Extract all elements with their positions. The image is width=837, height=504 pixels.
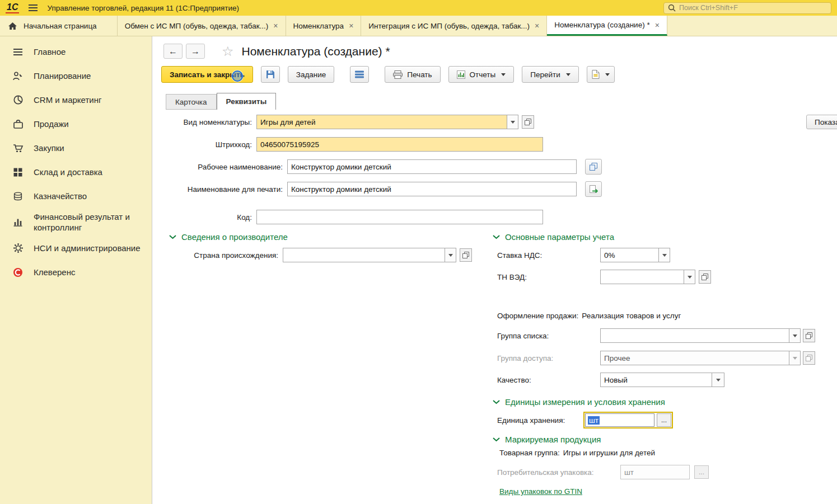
tab-requisites[interactable]: Реквизиты <box>217 93 277 110</box>
task-button[interactable]: Задание <box>288 66 335 83</box>
print-button[interactable]: Печать <box>385 66 440 83</box>
list-group-dropdown-button[interactable] <box>789 328 801 343</box>
work-name-row: Рабочее наименование: <box>161 159 602 174</box>
tab-nomenclature-create[interactable]: Номенклатура (создание) * × <box>547 16 667 36</box>
sidebar-item-planning[interactable]: Планирование <box>0 64 152 88</box>
sale-registration-label: Оформление продажи: <box>497 312 578 320</box>
pie-chart-icon <box>11 95 25 105</box>
quality-input[interactable] <box>600 373 712 387</box>
copy-name-button[interactable] <box>585 159 602 175</box>
vat-label: Ставка НДС: <box>497 251 596 260</box>
close-icon[interactable]: × <box>349 21 353 30</box>
tnved-dropdown-button[interactable] <box>684 270 695 284</box>
storage-unit-field-group: шт ... <box>583 412 673 428</box>
back-button[interactable]: ← <box>163 44 183 59</box>
sidebar-item-treasury[interactable]: Казначейство <box>0 184 152 208</box>
list-group-open-button[interactable] <box>803 329 815 342</box>
code-row: Код: <box>161 210 543 224</box>
chevron-down-icon <box>501 73 506 76</box>
tnved-input[interactable] <box>600 270 684 284</box>
tab-exchange-ismp[interactable]: Обмен с ИС МП (обувь, одежда, табак...) … <box>118 16 286 36</box>
person-pencil-icon <box>11 72 25 81</box>
form-toolbar: Записать и закрыть Задание Печать Отчеты… <box>161 66 615 83</box>
sidebar-item-nsi-admin[interactable]: НСИ и администрирование <box>0 236 152 260</box>
storage-unit-input[interactable]: шт <box>585 413 654 427</box>
printer-icon <box>393 70 403 79</box>
search-input[interactable] <box>679 4 827 12</box>
marking-section-header[interactable]: Маркируемая продукция <box>493 435 601 444</box>
tab-integration-ismp[interactable]: Интеграция с ИС МП (обувь, одежда, табак… <box>361 16 547 36</box>
tab-nomenclature[interactable]: Номенклатура × <box>286 16 362 36</box>
sidebar-item-label: Финансовый результат и контроллинг <box>34 211 144 233</box>
vat-dropdown-button[interactable] <box>659 248 670 262</box>
kind-dropdown-button[interactable] <box>507 115 518 129</box>
chevron-down-icon <box>493 437 500 442</box>
show-button[interactable]: Показать <box>806 115 837 129</box>
params-section-title: Основные параметры учета <box>505 232 614 242</box>
list-button[interactable] <box>350 66 369 83</box>
sidebar: Главное Планирование CRM и маркетинг Про… <box>0 36 152 504</box>
producer-section-header[interactable]: Сведения о производителе <box>169 232 288 242</box>
quality-dropdown-button[interactable] <box>712 373 724 387</box>
barcode-input[interactable] <box>256 137 543 152</box>
sidebar-item-main[interactable]: Главное <box>0 40 152 64</box>
chevron-down-icon <box>493 400 500 404</box>
sidebar-item-crm[interactable]: CRM и маркетинг <box>0 88 152 112</box>
cart-icon <box>11 144 25 153</box>
close-icon[interactable]: × <box>535 21 539 30</box>
global-search[interactable] <box>663 2 831 14</box>
units-section-header[interactable]: Единицы измерения и условия хранения <box>493 397 665 407</box>
work-name-input[interactable] <box>287 159 577 174</box>
sidebar-item-label: Склад и доставка <box>34 167 102 177</box>
list-group-input[interactable] <box>600 328 789 343</box>
kind-input[interactable] <box>256 115 507 129</box>
favorite-star-icon[interactable]: ☆ <box>222 45 234 58</box>
product-group-label: Товарная группа: <box>499 449 560 457</box>
sidebar-item-cleverence[interactable]: Клеверенс <box>0 260 152 284</box>
print-name-input[interactable] <box>287 182 577 196</box>
access-group-label: Группа доступа: <box>497 354 596 362</box>
sidebar-item-warehouse[interactable]: Склад и доставка <box>0 160 152 184</box>
product-group-value: Игры и игрушки для детей <box>563 449 655 457</box>
print-name-label: Наименование для печати: <box>161 185 283 194</box>
sidebar-item-purchases[interactable]: Закупки <box>0 136 152 160</box>
gtin-packaging-link[interactable]: Виды упаковок по GTIN <box>499 487 582 496</box>
window-tabbar: Начальная страница Обмен с ИС МП (обувь,… <box>0 16 837 36</box>
sidebar-item-finance[interactable]: Финансовый результат и контроллинг <box>0 208 152 236</box>
country-open-button[interactable] <box>460 248 472 262</box>
storage-unit-more-button[interactable]: ... <box>657 413 671 427</box>
storage-unit-selected-text: шт <box>588 416 600 425</box>
sidebar-item-label: Казначейство <box>34 191 87 201</box>
goto-button[interactable]: Перейти <box>522 66 579 83</box>
sidebar-item-label: Продажи <box>34 119 69 129</box>
units-section-title: Единицы измерения и условия хранения <box>505 397 665 407</box>
params-section-header[interactable]: Основные параметры учета <box>493 232 614 242</box>
barcode-label: Штрихкод: <box>161 140 252 149</box>
sidebar-item-sales[interactable]: Продажи <box>0 112 152 136</box>
tab-home-label: Начальная страница <box>24 22 97 30</box>
vat-input[interactable] <box>600 248 659 262</box>
tnved-open-button[interactable] <box>699 270 711 284</box>
country-dropdown-button[interactable] <box>445 248 456 262</box>
access-group-open-button <box>803 351 815 365</box>
tab-card[interactable]: Карточка <box>166 94 217 110</box>
country-input[interactable] <box>283 248 445 262</box>
fill-from-name-button[interactable] <box>585 181 602 197</box>
code-input[interactable] <box>256 210 543 224</box>
reports-button[interactable]: Отчеты <box>448 66 515 83</box>
main-menu-button[interactable] <box>27 3 39 13</box>
forward-button[interactable]: → <box>186 44 205 59</box>
close-icon[interactable]: × <box>655 21 660 30</box>
report-icon <box>457 70 465 79</box>
kind-open-button[interactable] <box>522 115 534 129</box>
tab-label: Обмен с ИС МП (обувь, одежда, табак...) <box>125 22 269 30</box>
reports-button-label: Отчеты <box>470 70 496 79</box>
tab-home[interactable]: Начальная страница <box>0 16 118 36</box>
marking-section-title: Маркируемая продукция <box>505 435 601 444</box>
tnved-label: ТН ВЭД: <box>497 273 596 281</box>
tab-label: Интеграция с ИС МП (обувь, одежда, табак… <box>368 22 530 30</box>
close-icon[interactable]: × <box>273 21 278 30</box>
save-button[interactable] <box>261 66 280 83</box>
create-based-on-button[interactable] <box>587 66 615 83</box>
click-indicator <box>232 70 243 82</box>
